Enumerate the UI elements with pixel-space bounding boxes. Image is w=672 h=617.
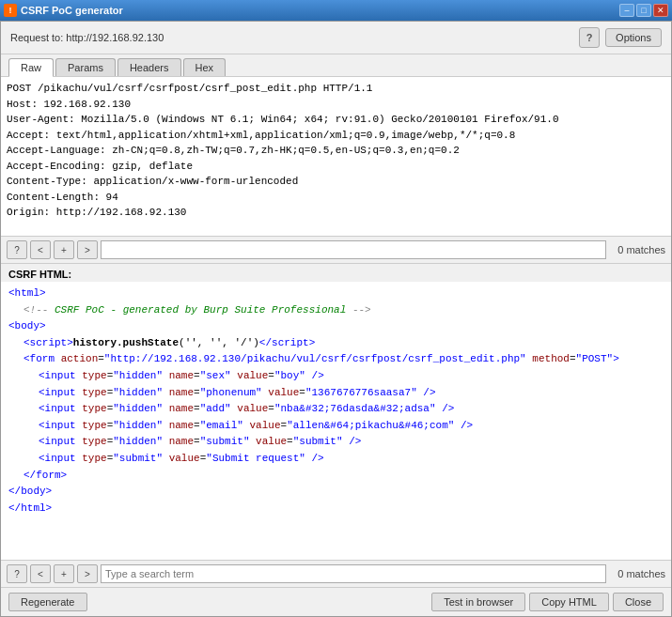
top-help-search-button[interactable]: ? <box>7 240 27 259</box>
html-line-11: <input type="submit" value="Submit reque… <box>39 451 664 468</box>
tab-headers[interactable]: Headers <box>117 58 181 76</box>
tab-params[interactable]: Params <box>55 58 116 76</box>
csrf-html-section: CSRF HTML: <html> <!-- CSRF PoC - genera… <box>1 264 671 587</box>
bottom-right-buttons: Test in browser Copy HTML Close <box>431 593 664 611</box>
html-line-7: <input type="hidden" name="phonenum" val… <box>39 385 664 402</box>
help-button[interactable]: ? <box>579 27 600 48</box>
bottom-search-matches: 0 matches <box>609 568 665 579</box>
html-line-14: </html> <box>8 501 664 517</box>
request-line-9: Origin: http://192.168.92.130 <box>7 205 665 221</box>
options-button[interactable]: Options <box>605 28 662 47</box>
request-line-5: Accept-Language: zh-CN;q=0.8,zh-TW;q=0.7… <box>7 143 665 159</box>
html-line-6: <input type="hidden" name="sex" value="b… <box>39 368 664 385</box>
request-line-3: User-Agent: Mozilla/5.0 (Windows NT 6.1;… <box>7 112 665 128</box>
html-line-1: <html> <box>8 285 664 302</box>
tab-hex[interactable]: Hex <box>183 58 227 76</box>
bottom-action-bar: Regenerate Test in browser Copy HTML Clo… <box>1 587 671 616</box>
request-line-4: Accept: text/html,application/xhtml+xml,… <box>7 128 665 144</box>
html-line-10: <input type="hidden" name="submit" value… <box>39 434 664 451</box>
top-search-bar: ? < + > 0 matches <box>1 237 671 264</box>
html-line-12: </form> <box>23 468 664 485</box>
close-window-button[interactable]: ✕ <box>653 4 668 17</box>
top-search-input[interactable] <box>101 240 606 259</box>
request-line-6: Accept-Encoding: gzip, deflate <box>7 159 665 175</box>
top-buttons: ? Options <box>579 27 662 48</box>
bottom-prev-button[interactable]: < <box>30 564 51 583</box>
main-window: Request to: http://192.168.92.130 ? Opti… <box>0 21 672 617</box>
request-line-8: Content-Length: 94 <box>7 190 665 206</box>
top-arrow-button[interactable]: > <box>77 240 98 259</box>
regenerate-button[interactable]: Regenerate <box>8 593 87 611</box>
title-bar-text: CSRF PoC generator <box>21 5 123 16</box>
html-line-2: <!-- CSRF PoC - generated by Burp Suite … <box>23 302 664 319</box>
request-line-7: Content-Type: application/x-www-form-url… <box>7 174 665 190</box>
bottom-search-input[interactable] <box>101 564 606 583</box>
minimize-button[interactable]: – <box>619 4 634 17</box>
html-line-5: <form action="http://192.168.92.130/pika… <box>23 351 664 368</box>
copy-html-button[interactable]: Copy HTML <box>529 593 609 611</box>
html-line-9: <input type="hidden" name="email" value=… <box>39 418 664 435</box>
request-line-2: Host: 192.168.92.130 <box>7 97 665 113</box>
title-bar: ! CSRF PoC generator – □ ✕ <box>0 0 672 21</box>
app-icon: ! <box>4 4 17 17</box>
tab-bar: Raw Params Headers Hex <box>1 54 671 77</box>
html-line-4: <script>history.pushState('', '', '/')</… <box>23 335 664 352</box>
html-line-8: <input type="hidden" name="add" value="n… <box>39 401 664 418</box>
request-line-1: POST /pikachu/vul/csrf/csrfpost/csrf_pos… <box>7 81 665 97</box>
top-search-matches: 0 matches <box>609 244 665 255</box>
request-panel: POST /pikachu/vul/csrf/csrfpost/csrf_pos… <box>1 77 671 237</box>
top-bar: Request to: http://192.168.92.130 ? Opti… <box>1 22 671 54</box>
csrf-html-label: CSRF HTML: <box>1 264 671 282</box>
bottom-search-bar: ? < + > 0 matches <box>1 560 671 587</box>
top-next-button[interactable]: + <box>54 240 74 259</box>
bottom-help-button[interactable]: ? <box>7 564 27 583</box>
html-content: <html> <!-- CSRF PoC - generated by Burp… <box>1 282 671 560</box>
maximize-button[interactable]: □ <box>636 4 651 17</box>
html-line-13: </body> <box>8 484 664 501</box>
html-line-3: <body> <box>8 318 664 335</box>
title-bar-controls: – □ ✕ <box>619 4 668 17</box>
request-to-label: Request to: http://192.168.92.130 <box>10 32 164 43</box>
title-bar-left: ! CSRF PoC generator <box>4 4 123 17</box>
bottom-next-arrow-button[interactable]: > <box>77 564 98 583</box>
top-prev-button[interactable]: < <box>30 240 51 259</box>
tab-raw[interactable]: Raw <box>8 58 54 77</box>
close-button[interactable]: Close <box>613 593 664 611</box>
test-in-browser-button[interactable]: Test in browser <box>431 593 525 611</box>
bottom-next-plus-button[interactable]: + <box>54 564 74 583</box>
